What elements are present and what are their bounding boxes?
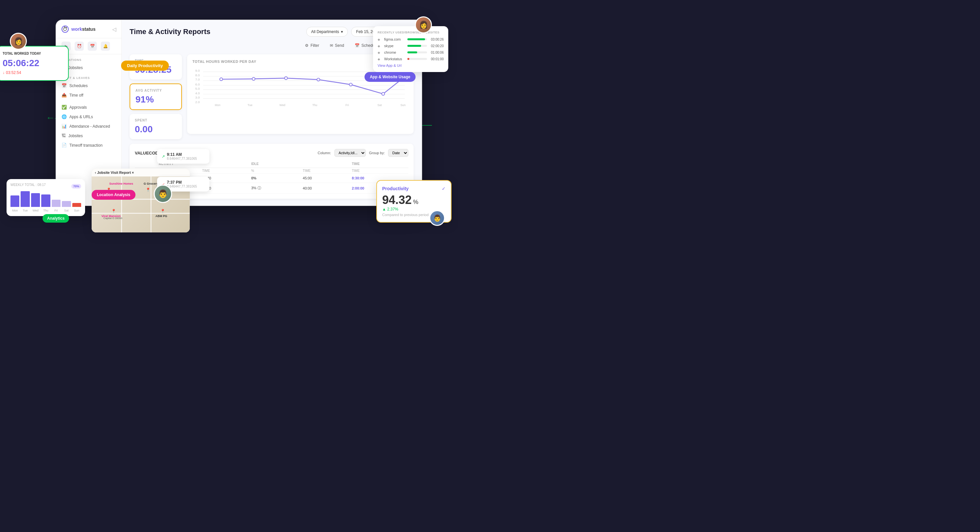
bar-mon: [11, 196, 19, 207]
apps-icon: 🌐: [62, 114, 67, 119]
sidebar-item-jobsites2[interactable]: 🏗 Jobsites: [56, 131, 121, 140]
analytics-mini-card: WEEKLY TOTAL : 08:17 70% Mon Tue Wed Thu…: [6, 179, 85, 216]
location-analysis-badge[interactable]: Location Analysis: [92, 190, 135, 200]
sidebar-item-apps[interactable]: 🌐 Apps & URLs: [56, 112, 121, 121]
filter-label: Filter: [310, 43, 319, 48]
table-controls: Column: Activity,Idl... Group by: Date: [318, 149, 408, 157]
sub-total-time: TIME: [348, 168, 408, 174]
workstatus-icon: ◈: [378, 57, 382, 61]
th-time: TIME: [348, 160, 408, 168]
send-label: Send: [335, 43, 344, 48]
analytics-badge[interactable]: Analytics: [43, 214, 69, 223]
skype-time: 02:00:20: [429, 44, 444, 48]
websites-card: RECENTLY USED/BROWSED WEBSITES ◈ figma.c…: [373, 26, 448, 72]
page-title: Time & Activity Reports: [130, 27, 210, 36]
figma-bar: [407, 38, 425, 40]
svg-text:6.0: 6.0: [195, 83, 200, 86]
sidebar-item-timeoff[interactable]: 📤 Time off: [56, 90, 121, 100]
label-sunshine: Sunshine Homes: [109, 182, 133, 185]
department-chevron: ▾: [341, 29, 343, 34]
workstatus-name: Workstatus: [384, 57, 406, 61]
outer-container: ←— ←— 👩 TOTAL WORKED TODAY 05:06:22 ↓ 03…: [16, 6, 442, 242]
svg-text:8.0: 8.0: [195, 73, 200, 77]
svg-text:2.0: 2.0: [195, 100, 200, 104]
workstatus-bar: [407, 58, 409, 60]
th-idle: IDLE: [248, 160, 349, 168]
weekly-label: WEEKLY TOTAL : 08:17: [11, 183, 46, 186]
department-filter[interactable]: All Departments ▾: [306, 27, 348, 37]
stats-chart-row: TIME 96:28:25 AVG ACTIVITY 91% SPENT 0.0…: [130, 54, 414, 139]
svg-point-18: [317, 78, 320, 81]
day-labels: Mon Tue Wed Thu Fri Sat Sun: [11, 209, 81, 212]
row2-idle-time: 40:00: [299, 183, 348, 193]
pin3: 📍: [111, 209, 116, 213]
group-select[interactable]: Date: [388, 149, 408, 157]
filter-btn[interactable]: ⚙ Filter: [302, 42, 322, 49]
svg-point-20: [382, 92, 385, 95]
avg-value: 91%: [135, 94, 176, 105]
th-name: [135, 160, 156, 168]
map-title: ‹ Jobsite Visit Report ×: [95, 170, 134, 175]
diff-arrow: ↓: [3, 70, 5, 75]
jobsites2-icon: 🏗: [62, 133, 66, 138]
avatar-user3: 👩: [415, 16, 432, 33]
view-app-url-link[interactable]: View App & Url: [378, 64, 444, 67]
skype-name: skype: [384, 44, 406, 48]
schedules-icon: 📅: [62, 83, 67, 88]
avatar-user2: 👨: [154, 185, 172, 203]
app-website-usage-badge[interactable]: App & Website Usage: [364, 72, 415, 82]
prod-value: 94.32: [382, 193, 412, 207]
day-fri: Fri: [52, 209, 60, 212]
timeoff-tx-icon: 📄: [62, 143, 67, 148]
workstatus-time: 00:01:00: [429, 57, 444, 61]
gps2-coords: 8.646447,77.381065: [167, 185, 197, 188]
main-header: Time & Activity Reports All Departments …: [130, 27, 414, 37]
sidebar-item-attendance[interactable]: 📊 Attendance - Advanced: [56, 121, 121, 131]
sidebar-item-schedules[interactable]: 📅 Schedules: [56, 81, 121, 90]
website-row-skype: ◈ skype 02:00:20: [378, 44, 444, 48]
action-bar: ⚙ Filter ✉ Send 📅 Schedule ⬇ Download: [130, 42, 414, 49]
road-h2: [92, 213, 190, 214]
spacer1: [56, 100, 121, 102]
weekly-pct: 70%: [72, 184, 81, 189]
avatar-user1: 👩: [10, 33, 27, 50]
sidebar-item-apps-label: Apps & URLs: [69, 115, 93, 119]
workstatus-bar-container: [407, 58, 427, 60]
skype-bar-container: [407, 45, 427, 47]
avatar-user4: 👨: [429, 210, 445, 226]
logo-icon: ⏱: [62, 25, 69, 33]
gps1-coords: 8.646447,77.381065: [167, 157, 197, 161]
sidebar-item-schedules-label: Schedules: [69, 83, 88, 88]
logo-text: workstatus: [72, 27, 95, 32]
bar-fri: [52, 200, 60, 207]
sub-idle-time: TIME: [299, 168, 348, 174]
chrome-time: 01:00:06: [429, 51, 444, 54]
sidebar-icon-calendar[interactable]: 📅: [88, 41, 97, 51]
avg-activity-card: AVG ACTIVITY 91%: [130, 83, 182, 110]
sidebar-icon-bell[interactable]: 🔔: [101, 41, 110, 51]
worked-time: 05:06:22: [3, 58, 63, 68]
prod-title: Productivity: [382, 186, 409, 191]
sidebar-item-timeoff-tx[interactable]: 📄 Timeoff transaction: [56, 140, 121, 150]
website-row-figma: ◈ figma.com 03:00:26: [378, 37, 444, 41]
column-select[interactable]: Activity,Idl...: [334, 149, 366, 157]
svg-point-17: [285, 76, 288, 80]
sidebar-item-approvals[interactable]: ✅ Approvals: [56, 102, 121, 112]
label-abm: ABM PG: [156, 215, 167, 218]
daily-productivity-badge[interactable]: Daily Productivity: [121, 61, 169, 71]
pin4: 📍: [160, 209, 165, 213]
worked-diff: ↓ 03:52:54: [3, 70, 63, 75]
column-label: Column:: [318, 151, 331, 155]
sidebar-item-timeoff-label: Time off: [69, 93, 83, 97]
filter-icon: ⚙: [305, 43, 309, 48]
sidebar-logo: ⏱ workstatus ◁: [56, 25, 121, 38]
svg-text:5.0: 5.0: [195, 87, 200, 90]
sidebar-icon-clock[interactable]: ⏰: [75, 41, 84, 51]
bar-wed: [31, 193, 40, 207]
gps1-arrow: ↗: [162, 154, 165, 159]
sidebar-item-jobsites2-label: Jobsites: [68, 134, 83, 138]
chrome-icon: ◈: [378, 51, 382, 54]
sidebar-collapse-icon[interactable]: ◁: [112, 26, 116, 32]
send-btn[interactable]: ✉ Send: [327, 42, 347, 49]
websites-title: RECENTLY USED/BROWSED WEBSITES: [378, 31, 444, 34]
